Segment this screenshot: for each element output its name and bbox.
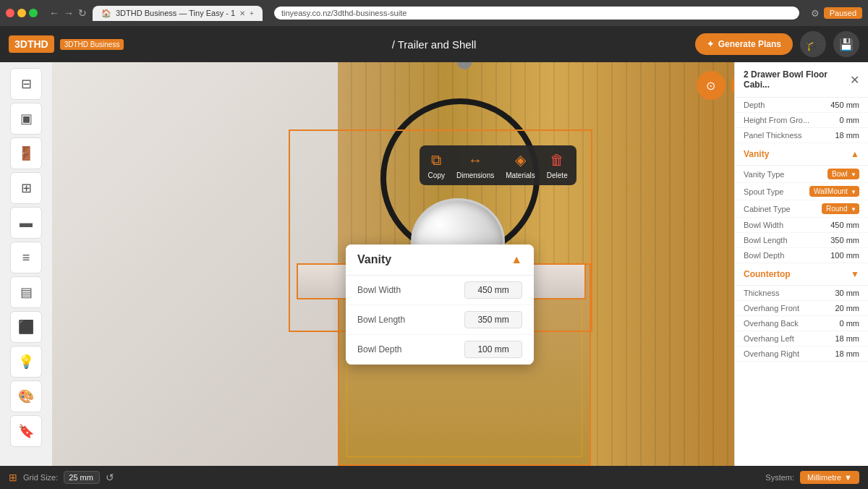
- reload-btn[interactable]: ↻: [78, 7, 87, 19]
- help-btn[interactable]: 🎓: [800, 31, 826, 57]
- tab-title: 3DTHD Business — Tiny Easy - 1: [116, 9, 235, 17]
- overhang-left-value: 18 mm: [835, 334, 859, 343]
- objects-tool-btn[interactable]: ▣: [10, 103, 42, 135]
- app-header: 3DTHD 3DTHD Business / Trailer and Shell…: [0, 26, 868, 62]
- grid-size-input[interactable]: [64, 471, 100, 484]
- countertop-section-title: Countertop: [744, 269, 791, 279]
- vanity-section-header[interactable]: Vanity ▲: [735, 143, 868, 166]
- stairs-icon: ▤: [20, 284, 33, 300]
- overhang-left-label: Overhang Left: [744, 334, 794, 343]
- forward-btn[interactable]: →: [64, 7, 74, 19]
- panel-icon: ▬: [20, 216, 33, 231]
- bookmark-icon: 🔖: [18, 423, 34, 439]
- vanity-bowl-width-value[interactable]: 450 mm: [464, 281, 522, 299]
- generate-plans-btn[interactable]: ✦ Generate Plans: [695, 33, 793, 55]
- thickness-row: Thickness 30 mm: [735, 286, 868, 301]
- camera-orbit-btn[interactable]: ⊙: [697, 71, 726, 100]
- bowl-depth-label: Bowl Depth: [744, 251, 784, 260]
- cabinet-type-label: Cabinet Type: [744, 205, 791, 213]
- layers-tool-btn[interactable]: ⊟: [10, 68, 42, 100]
- grid-refresh-btn[interactable]: ↺: [106, 472, 114, 483]
- materials-tool-btn[interactable]: 🎨: [10, 380, 42, 412]
- browser-tab[interactable]: 🏠 3DTHD Business — Tiny Easy - 1 ✕ +: [93, 6, 263, 21]
- dimensions-action[interactable]: ↔ Dimensions: [456, 152, 494, 179]
- materials-icon: ◈: [515, 151, 526, 169]
- dimensions-label: Dimensions: [456, 171, 494, 179]
- millimetre-btn[interactable]: Millimetre ▼: [800, 471, 859, 484]
- door-icon: 🚪: [18, 145, 34, 161]
- close-window-btn[interactable]: [6, 9, 14, 17]
- spout-type-select[interactable]: WallMount: [809, 186, 859, 197]
- overhang-front-label: Overhang Front: [744, 304, 799, 312]
- browser-actions: ⚙ Paused: [811, 7, 862, 19]
- grid-size-icon: ⊞: [9, 472, 17, 483]
- footer: ⊞ Grid Size: ↺ System: Millimetre ▼: [0, 466, 868, 489]
- vanity-type-select[interactable]: Bowl: [827, 169, 859, 179]
- address-bar[interactable]: tinyeasy.co.nz/3dthd-business-suite: [274, 7, 799, 20]
- bookmarks-tool-btn[interactable]: 🔖: [10, 415, 42, 447]
- dimensions-icon: ↔: [468, 152, 482, 169]
- height-value: 0 mm: [840, 116, 860, 124]
- bowl-depth-value: 100 mm: [830, 251, 859, 260]
- stack-icon: ≡: [22, 250, 30, 265]
- countertop-section-header[interactable]: Countertop ▼: [735, 263, 868, 286]
- footer-right: System: Millimetre ▼: [765, 471, 859, 484]
- depth-label: Depth: [744, 101, 765, 109]
- thickness-value: 30 mm: [835, 289, 859, 297]
- delete-action[interactable]: 🗑 Delete: [547, 152, 568, 179]
- bowl-width-label: Bowl Width: [744, 221, 783, 229]
- overhang-back-value: 0 mm: [840, 319, 860, 328]
- properties-panel: 2 Drawer Bowl Floor Cabi... ✕ Depth 450 …: [734, 62, 868, 466]
- header-right-controls: ✦ Generate Plans 🎓 💾: [695, 31, 859, 57]
- panels-tool-btn[interactable]: ▬: [10, 207, 42, 239]
- millimetre-arrow-icon: ▼: [844, 473, 852, 482]
- layers2-tool-btn[interactable]: ≡: [10, 242, 42, 273]
- windows-tool-btn[interactable]: ⊞: [10, 172, 42, 204]
- doors-tool-btn[interactable]: 🚪: [10, 137, 42, 169]
- grid-size-label: Grid Size:: [23, 473, 58, 482]
- furniture-tool-btn[interactable]: ⬛: [10, 311, 42, 343]
- object-action-toolbar: ⧉ Copy ↔ Dimensions ◈ Materials 🗑 Delete: [420, 145, 576, 185]
- vanity-bowl-width-label: Bowl Width: [357, 285, 401, 295]
- lighting-tool-btn[interactable]: 💡: [10, 346, 42, 378]
- vanity-bowl-length-value[interactable]: 350 mm: [464, 311, 522, 328]
- bowl-depth-row: Bowl Depth 100 mm: [735, 248, 868, 263]
- layers-icon: ⊟: [21, 76, 32, 92]
- millimetre-label: Millimetre: [807, 473, 841, 482]
- minimize-window-btn[interactable]: [17, 9, 26, 17]
- back-btn[interactable]: ←: [49, 7, 59, 19]
- vanity-bowl-length-label: Bowl Length: [357, 315, 405, 325]
- cabinet-type-select[interactable]: Round: [822, 203, 859, 214]
- vanity-card-toggle[interactable]: ▲: [511, 253, 522, 266]
- height-from-ground-row: Height From Gro... 0 mm: [735, 113, 868, 128]
- spout-type-row: Spout Type WallMount: [735, 183, 868, 200]
- save-btn[interactable]: 💾: [833, 31, 859, 57]
- paused-btn[interactable]: Paused: [824, 7, 862, 19]
- vanity-card-title: Vanity: [357, 253, 391, 266]
- vanity-bowl-depth-label: Bowl Depth: [357, 344, 401, 354]
- browser-chrome: ← → ↻ 🏠 3DTHD Business — Tiny Easy - 1 ✕…: [0, 0, 868, 26]
- materials-label: Materials: [506, 171, 535, 179]
- copy-action[interactable]: ⧉ Copy: [428, 152, 445, 179]
- logo-area: 3DTHD 3DTHD Business: [9, 35, 124, 53]
- extensions-btn[interactable]: ⚙: [811, 8, 820, 19]
- maximize-window-btn[interactable]: [29, 9, 38, 17]
- bowl-length-row: Bowl Length 350 mm: [735, 233, 868, 248]
- tab-close-btn[interactable]: ✕: [239, 9, 245, 17]
- cabinet-type-row: Cabinet Type Round: [735, 200, 868, 218]
- header-title: / Trailer and Shell: [392, 38, 477, 51]
- stairs-tool-btn[interactable]: ▤: [10, 276, 42, 308]
- panel-close-btn[interactable]: ✕: [850, 73, 859, 87]
- vanity-bowl-width-row: Bowl Width 450 mm: [346, 276, 534, 305]
- thickness-label: Thickness: [744, 289, 780, 297]
- window-controls: [6, 9, 38, 17]
- vanity-bowl-depth-value[interactable]: 100 mm: [464, 341, 522, 358]
- main-content: ⊟ ▣ 🚪 ⊞ ▬ ≡ ▤ ⬛ 💡 🎨 🔖: [0, 62, 868, 466]
- bowl-length-label: Bowl Length: [744, 236, 788, 244]
- vanity-card-header: Vanity ▲: [346, 244, 534, 276]
- new-tab-btn[interactable]: +: [250, 9, 254, 17]
- height-label: Height From Gro...: [744, 116, 809, 124]
- materials-action[interactable]: ◈ Materials: [506, 151, 535, 179]
- light-icon: 💡: [18, 354, 34, 370]
- tab-favicon: 🏠: [101, 9, 111, 18]
